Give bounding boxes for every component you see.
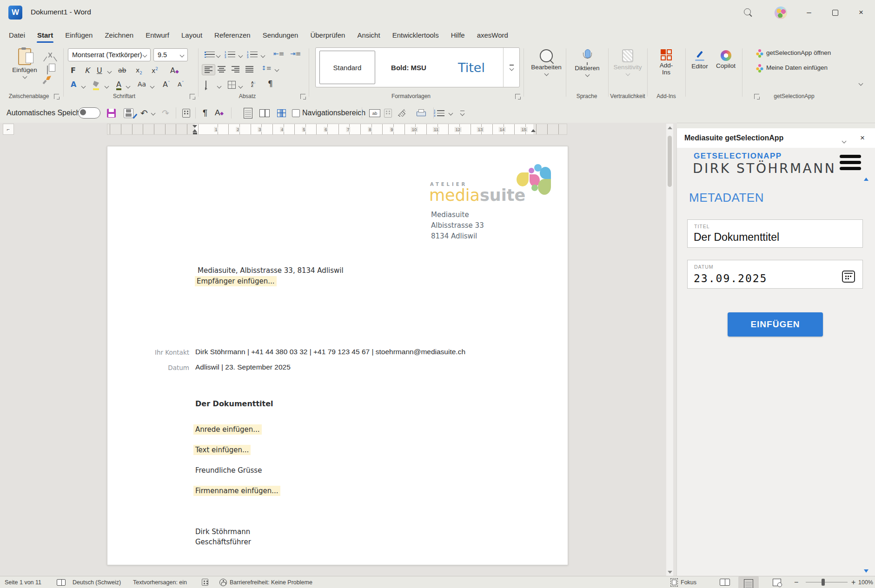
clear-formatting-button[interactable]: A◆ [170, 67, 179, 74]
copilot-button[interactable]: Copilot [713, 50, 738, 69]
justify-button[interactable] [245, 66, 253, 73]
show-paragraph-marks-button[interactable]: ¶ [268, 80, 273, 88]
style-titel[interactable]: Titel [442, 51, 501, 84]
web-layout-button[interactable] [773, 576, 781, 588]
accessibility-status[interactable]: Barrierefreiheit: Keine Probleme [219, 576, 312, 588]
text-predictions-indicator[interactable]: Textvorhersagen: ein [133, 576, 187, 588]
title-field[interactable]: TITEL Der Dokumenttitel [687, 219, 863, 248]
tab-referenzen[interactable]: Referenzen [208, 25, 257, 45]
tab-entwurf[interactable]: Entwurf [139, 25, 175, 45]
zoom-slider[interactable] [806, 576, 848, 588]
calendar-icon[interactable] [842, 271, 855, 283]
two-page-view-button[interactable] [259, 103, 270, 123]
editor-button[interactable]: Editor [688, 50, 711, 70]
text-effects-dropdown[interactable] [81, 84, 86, 89]
align-center-button[interactable] [218, 66, 225, 73]
insert-button[interactable]: EINFÜGEN [728, 312, 823, 337]
first-line-indent-marker[interactable] [192, 125, 197, 128]
grid-view-button[interactable] [277, 103, 286, 123]
bullets-button[interactable] [205, 51, 215, 59]
numbering-button[interactable] [228, 51, 235, 59]
shading-dropdown[interactable] [217, 84, 222, 89]
document-page[interactable]: ATELIER mediasuite Mediasuite Albisstras… [107, 146, 568, 565]
align-right-button[interactable] [232, 66, 239, 73]
tab-hilfe[interactable]: Hilfe [445, 25, 471, 45]
add-ins-button[interactable]: Add-Ins [653, 49, 680, 76]
scroll-down-arrow[interactable] [668, 571, 672, 574]
zoom-level[interactable]: 100% [858, 576, 873, 588]
dictate-button[interactable]: Diktieren [571, 49, 603, 76]
undo-button[interactable]: ↶ [140, 103, 148, 123]
subscript-button[interactable]: x2 [136, 67, 142, 75]
tab-stop-selector[interactable]: ⌐ [3, 124, 14, 135]
document-scrollbar[interactable] [666, 124, 673, 576]
tab-einfuegen[interactable]: Einfügen [59, 25, 99, 45]
align-left-button[interactable] [202, 64, 215, 75]
copy-button[interactable] [47, 66, 48, 74]
undo-dropdown[interactable] [152, 103, 155, 123]
clear-formatting-quick-button[interactable]: A◆ [215, 103, 224, 123]
clipboard-dialog-launcher[interactable] [54, 94, 59, 99]
paste-button[interactable]: Einfügen [11, 48, 38, 78]
macro-icon[interactable] [202, 576, 208, 588]
zoom-out-button[interactable]: − [794, 576, 798, 588]
date-field[interactable]: DATUM 23.09.2025 [687, 260, 863, 289]
search-icon[interactable] [744, 8, 751, 17]
tab-start[interactable]: Start [31, 25, 59, 45]
recipient-placeholder[interactable]: Empfänger einfügen... [195, 277, 277, 285]
pane-scroll-down-arrow[interactable] [864, 569, 868, 573]
styles-dialog-launcher[interactable] [515, 94, 520, 99]
list-styles-button[interactable] [437, 103, 444, 123]
gsa-dialog-launcher[interactable] [754, 94, 759, 99]
collapse-ribbon-button[interactable] [859, 81, 863, 86]
tab-sendungen[interactable]: Sendungen [257, 25, 305, 45]
tab-entwicklertools[interactable]: Entwicklertools [386, 25, 445, 45]
close-button[interactable]: × [848, 0, 874, 25]
gsa-open-button[interactable]: getSelectionApp öffnen [756, 49, 831, 56]
editing-menu-button[interactable]: Bearbeiten [530, 49, 563, 75]
scroll-up-arrow[interactable] [668, 126, 672, 129]
borders-button[interactable] [228, 81, 236, 91]
maximize-button[interactable] [822, 0, 848, 25]
left-indent-marker[interactable] [193, 132, 197, 134]
font-size-combobox[interactable]: 9.5 [153, 48, 188, 61]
text-effects-button[interactable]: A [71, 81, 76, 88]
line-spacing-button[interactable]: ↕≡ [261, 65, 272, 71]
tab-axesword[interactable]: axesWord [471, 25, 514, 45]
decrease-indent-button[interactable]: ⇤≡ [273, 50, 284, 57]
focus-mode-button[interactable]: Fokus [670, 576, 696, 588]
body-placeholder[interactable]: Text einfügen... [193, 446, 251, 454]
increase-indent-button[interactable]: ⇥≡ [290, 50, 301, 57]
highlight-color-button[interactable] [93, 81, 99, 88]
find-replace-button[interactable]: ab [369, 103, 380, 123]
strikethrough-button[interactable]: ab [118, 67, 126, 73]
hamburger-menu-icon[interactable] [840, 155, 861, 170]
font-name-combobox[interactable]: Montserrat (Textkörper) [68, 48, 151, 61]
underline-dropdown[interactable] [107, 69, 112, 74]
tab-zeichnen[interactable]: Zeichnen [99, 25, 139, 45]
scrollbar-thumb[interactable] [668, 136, 672, 187]
right-indent-marker[interactable] [531, 129, 536, 132]
gsa-insert-data-button[interactable]: Meine Daten einfügen [756, 64, 828, 71]
proofing-icon[interactable] [57, 576, 66, 588]
account-avatar[interactable] [775, 7, 787, 19]
grow-font-button[interactable]: A˄ [163, 81, 170, 88]
list-styles-dropdown[interactable] [449, 103, 452, 123]
paragraph-marks-button[interactable]: ¶ [203, 103, 207, 123]
tab-ueberpruefen[interactable]: Überprüfen [304, 25, 351, 45]
minimize-button[interactable]: – [796, 0, 822, 25]
change-case-button[interactable]: Aa [138, 81, 146, 87]
sort-button[interactable]: A↓Z [251, 81, 256, 87]
document-properties-button[interactable] [182, 103, 190, 123]
tab-datei[interactable]: Datei [3, 25, 31, 45]
autosave-toggle[interactable] [78, 103, 100, 123]
line-spacing-dropdown[interactable] [275, 67, 279, 72]
multilevel-list-button[interactable] [250, 51, 258, 59]
horizontal-ruler[interactable]: 1 2 3 4 5 6 7 8 9 10 11 12 13 14 15 [107, 124, 567, 135]
highlight-color-dropdown[interactable] [105, 84, 109, 89]
bullets-dropdown[interactable] [216, 53, 221, 58]
font-color-button[interactable]: A [116, 81, 121, 88]
tab-ansicht[interactable]: Ansicht [351, 25, 386, 45]
print-preview-button[interactable] [417, 103, 425, 123]
page-margins-button[interactable] [398, 103, 405, 123]
